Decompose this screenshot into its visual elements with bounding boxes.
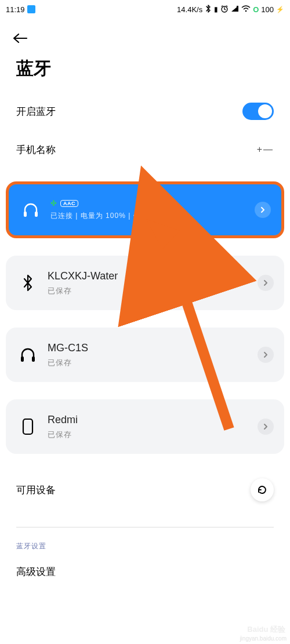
status-bar: 11:19 14.4K/s ▮ O 100 ⚡ — [0, 0, 290, 16]
device-status: 已保存 — [48, 430, 258, 440]
network-rate: 14.4K/s — [177, 5, 202, 14]
available-devices-label: 可用设备 — [16, 483, 56, 497]
charging-icon: ⚡ — [276, 6, 284, 13]
chevron-right-icon — [259, 206, 266, 213]
device-name: KLCXKJ-Water — [48, 270, 258, 282]
device-body: MG-C1S 已保存 — [44, 342, 258, 368]
svg-rect-7 — [23, 419, 32, 434]
device-details-button[interactable] — [258, 347, 274, 363]
clover-icon: ✤ — [50, 199, 57, 208]
chevron-right-icon — [262, 423, 269, 430]
device-details-button[interactable] — [258, 419, 274, 435]
wifi-icon — [241, 5, 251, 14]
bluetooth-toggle[interactable] — [242, 103, 274, 120]
available-devices-row: 可用设备 — [0, 454, 290, 501]
codec-badge: AAC — [60, 200, 78, 207]
refresh-button[interactable] — [251, 478, 274, 501]
phone-name-label: 手机名称 — [16, 143, 56, 157]
battery-percent: 100 — [261, 5, 274, 14]
chevron-right-icon — [262, 279, 269, 286]
device-card[interactable]: Redmi 已保存 — [6, 399, 284, 454]
refresh-icon — [256, 484, 268, 496]
device-card[interactable]: KLCXKJ-Water 已保存 — [6, 256, 284, 310]
phone-name-value: +— — [257, 144, 274, 155]
signal-icon — [231, 5, 239, 14]
device-name: ✤ AAC — [50, 199, 255, 208]
bluetooth-toggle-label: 开启蓝牙 — [16, 105, 56, 118]
section-label: 蓝牙设置 — [0, 527, 290, 562]
do-not-disturb-icon: ▮ — [214, 5, 218, 13]
chevron-right-icon — [262, 351, 269, 358]
phone-icon — [12, 418, 44, 435]
headphones-icon — [12, 346, 44, 363]
bluetooth-toggle-row[interactable]: 开启蓝牙 — [0, 92, 290, 130]
device-details-button[interactable] — [258, 275, 274, 291]
svg-rect-4 — [35, 212, 38, 217]
device-card-connected[interactable]: ✤ AAC 已连接 | 电量为 100% | 使用中 — [6, 181, 284, 238]
device-body: Redmi 已保存 — [44, 414, 258, 440]
svg-rect-6 — [32, 356, 35, 362]
battery-ring-icon: O — [253, 5, 259, 14]
headphones-icon — [14, 201, 47, 219]
bluetooth-icon — [205, 5, 212, 14]
device-name: MG-C1S — [48, 342, 258, 354]
svg-rect-5 — [21, 356, 24, 362]
watermark-brand: Baidu 经验 — [247, 624, 285, 635]
device-details-button[interactable] — [255, 202, 271, 218]
status-right: 14.4K/s ▮ O 100 ⚡ — [177, 5, 284, 14]
bluetooth-icon — [12, 274, 44, 292]
device-name: Redmi — [48, 414, 258, 426]
svg-rect-1 — [237, 6, 238, 12]
paired-devices-list: ✤ AAC 已连接 | 电量为 100% | 使用中 KLCXKJ-Water … — [0, 169, 290, 454]
advanced-settings-label: 高级设置 — [16, 566, 56, 577]
page-title: 蓝牙 — [0, 52, 290, 92]
device-status: 已保存 — [48, 286, 258, 296]
phone-name-row[interactable]: 手机名称 +— — [0, 130, 290, 169]
status-left: 11:19 — [6, 5, 35, 14]
device-body: KLCXKJ-Water 已保存 — [44, 270, 258, 296]
status-time: 11:19 — [6, 5, 25, 14]
device-body: ✤ AAC 已连接 | 电量为 100% | 使用中 — [47, 199, 255, 221]
header — [0, 16, 290, 52]
svg-rect-3 — [24, 212, 27, 217]
back-button[interactable] — [12, 36, 29, 46]
device-card[interactable]: MG-C1S 已保存 — [6, 328, 284, 382]
watermark-url: jingyan.baidu.com — [240, 635, 287, 642]
app-indicator-icon — [27, 5, 35, 13]
device-status: 已保存 — [48, 358, 258, 368]
device-status: 已连接 | 电量为 100% | 使用中 — [50, 211, 255, 221]
alarm-icon — [220, 5, 229, 14]
advanced-settings-row[interactable]: 高级设置 — [0, 562, 290, 582]
svg-point-2 — [245, 10, 247, 12]
